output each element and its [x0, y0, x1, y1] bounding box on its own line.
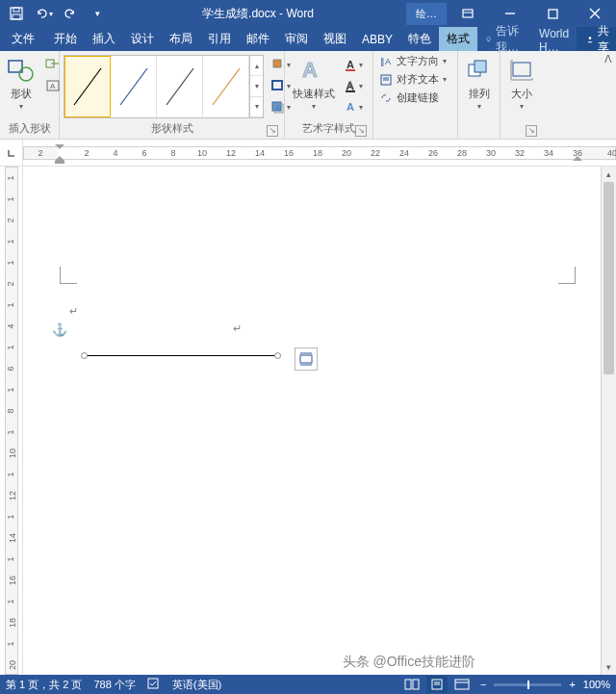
tell-me-search[interactable]: 告诉我… [477, 27, 531, 51]
vertical-ruler[interactable]: 112112141618110112114116118120 [0, 167, 23, 675]
svg-text:A: A [346, 59, 354, 70]
shape-styles-launcher[interactable]: ↘ [267, 125, 278, 137]
tab-home[interactable]: 开始 [46, 27, 85, 51]
redo-icon[interactable] [58, 2, 83, 25]
tab-special[interactable]: 特色 [400, 27, 439, 51]
resize-handle-right[interactable] [274, 352, 281, 359]
collapse-ribbon-icon[interactable]: ᐱ [604, 53, 612, 65]
size-launcher[interactable]: ↘ [526, 125, 537, 137]
tab-layout[interactable]: 布局 [162, 27, 200, 51]
lightbulb-icon [485, 34, 492, 45]
svg-text:∥A: ∥A [380, 57, 391, 66]
scroll-thumb[interactable] [603, 182, 614, 374]
wordart-icon: A [298, 55, 329, 86]
svg-rect-23 [346, 90, 355, 92]
tab-mailings[interactable]: 邮件 [239, 27, 277, 51]
resize-handle-left[interactable] [81, 352, 88, 359]
web-layout-icon[interactable] [451, 676, 473, 693]
wordart-launcher[interactable]: ↘ [355, 125, 367, 137]
line-shape[interactable] [85, 355, 277, 356]
text-direction-button[interactable]: ∥A文字方向▾ [377, 53, 449, 69]
svg-rect-17 [272, 102, 281, 111]
status-words[interactable]: 788 个字 [93, 678, 135, 692]
page: ↵ ⚓ ↵ [37, 178, 595, 675]
ribbon-options-icon[interactable] [447, 0, 489, 27]
tab-file[interactable]: 文件 [0, 27, 46, 51]
tab-design[interactable]: 设计 [123, 27, 162, 51]
align-text-button[interactable]: 对齐文本▾ [377, 71, 449, 88]
vertical-scrollbar[interactable]: ▴ ▾ [601, 167, 616, 675]
save-icon[interactable] [4, 2, 29, 25]
anchor-icon: ⚓ [52, 322, 67, 337]
status-proofing-icon[interactable] [147, 678, 161, 691]
svg-rect-4 [549, 10, 557, 18]
zoom-out-icon[interactable]: − [476, 679, 490, 690]
style-preset-2[interactable] [111, 56, 157, 117]
print-layout-icon[interactable] [426, 676, 448, 693]
read-mode-icon[interactable] [401, 676, 423, 693]
create-link-button[interactable]: 创建链接 [377, 90, 441, 106]
svg-rect-36 [300, 355, 312, 363]
zoom-in-icon[interactable]: + [565, 679, 578, 690]
tab-insert[interactable]: 插入 [85, 27, 123, 51]
scroll-down-icon[interactable]: ▾ [602, 659, 616, 675]
scroll-up-icon[interactable]: ▴ [602, 167, 616, 182]
svg-rect-3 [463, 10, 473, 17]
text-outline-button[interactable]: A▾ [341, 76, 366, 95]
status-page[interactable]: 第 1 页，共 2 页 [6, 678, 82, 692]
zoom-level[interactable]: 100% [583, 679, 610, 690]
tab-abby[interactable]: ABBY [354, 27, 400, 51]
svg-rect-34 [55, 161, 64, 164]
undo-icon[interactable]: ▾ [31, 2, 56, 25]
style-preset-3[interactable] [157, 56, 203, 117]
group-text [377, 122, 453, 139]
layout-options-button[interactable] [295, 347, 318, 371]
share-button[interactable]: 共享 [577, 27, 616, 51]
qat-customize-icon[interactable]: ▾ [85, 2, 110, 25]
style-preset-4[interactable] [203, 56, 249, 117]
group-insert-shapes: 插入形状 [4, 119, 55, 139]
style-preset-1[interactable] [64, 56, 111, 117]
arrange-button[interactable]: 排列▾ [462, 53, 497, 114]
svg-marker-35 [573, 156, 582, 161]
svg-rect-1 [13, 8, 19, 12]
watermark-text: 头条 @Office技能进阶 [343, 654, 475, 671]
svg-line-13 [120, 68, 147, 105]
svg-marker-32 [55, 144, 64, 149]
size-button[interactable]: 大小▾ [504, 53, 539, 114]
svg-text:A: A [346, 80, 354, 91]
text-fill-button[interactable]: A▾ [341, 55, 366, 74]
quick-styles-button[interactable]: A 快速样式▾ [289, 53, 339, 114]
status-language[interactable]: 英语(美国) [172, 678, 221, 692]
tab-review[interactable]: 审阅 [277, 27, 316, 51]
tab-format[interactable]: 格式 [439, 27, 477, 51]
paragraph-mark: ↵ [69, 305, 78, 318]
svg-rect-2 [13, 14, 20, 19]
account-label[interactable]: World H… [531, 27, 577, 51]
gallery-scroll-down[interactable]: ▾ [250, 76, 263, 96]
svg-rect-40 [405, 680, 411, 689]
svg-rect-41 [413, 680, 419, 689]
indent-marker-right[interactable] [572, 153, 583, 163]
svg-text:A: A [302, 58, 318, 82]
horizontal-ruler[interactable]: 2 2 4 6 8 10 12 14 16 18 20 22 24 26 28 … [23, 140, 616, 166]
zoom-slider[interactable] [494, 683, 561, 686]
text-effects-button[interactable]: A▾ [341, 97, 366, 116]
document-canvas[interactable]: ↵ ⚓ ↵ 头条 @Office技能进阶 [23, 167, 601, 675]
shapes-button[interactable]: 形状▾ [4, 53, 38, 114]
tab-references[interactable]: 引用 [200, 27, 239, 51]
svg-rect-39 [148, 679, 158, 688]
group-wordart-styles: 艺术字样式↘ [289, 119, 369, 139]
margin-corner-tr [558, 267, 576, 284]
svg-point-8 [19, 67, 33, 81]
svg-point-5 [487, 37, 491, 40]
gallery-scroll-up[interactable]: ▴ [250, 56, 263, 76]
indent-marker-left[interactable] [54, 143, 65, 165]
tab-selector[interactable] [0, 140, 23, 166]
tab-view[interactable]: 视图 [316, 27, 354, 51]
shape-style-gallery[interactable]: ▴ ▾ ▾ [64, 55, 264, 118]
size-icon [506, 55, 537, 86]
gallery-expand[interactable]: ▾ [250, 97, 263, 117]
contextual-tab-label[interactable]: 绘… [406, 3, 447, 25]
maximize-icon[interactable] [531, 0, 574, 27]
